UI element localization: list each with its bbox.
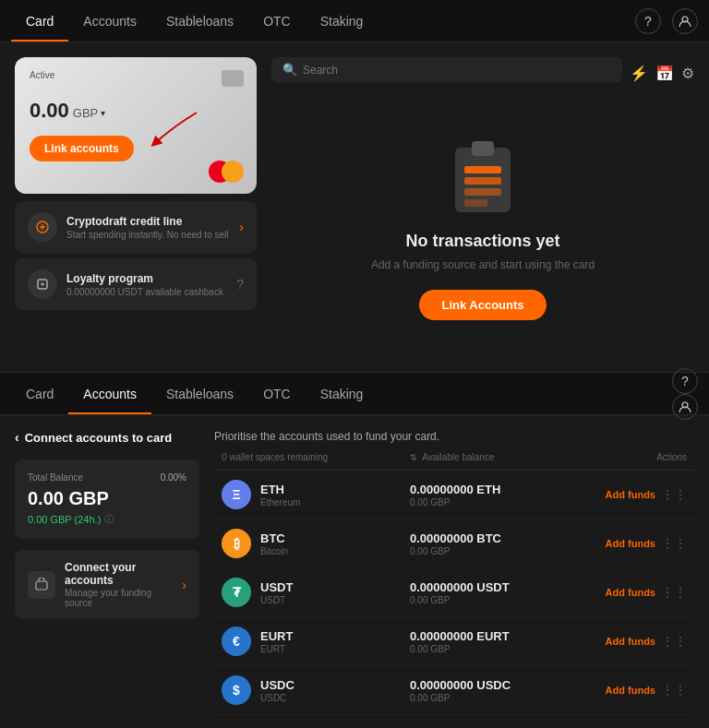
btc-fullname: Bitcoin [260,546,410,556]
spaces-remaining-label: 0 wallet spaces remaining [222,452,410,462]
cryptodraft-subtitle: Start spending instantly. No need to sel… [66,230,230,240]
sort-icon: ⇅ [410,453,417,462]
card-widget: Active 0.00 GBP ▾ [15,57,257,194]
nav-item-otc[interactable]: OTC [248,1,306,42]
usdc-reorder-icon[interactable]: ⋮⋮ [661,683,687,698]
btc-add-funds-button[interactable]: Add funds [606,538,655,549]
mastercard-logo [209,161,246,183]
second-nav-card[interactable]: Card [11,374,68,414]
btc-balance-main: 0.00000000 BTC [410,531,613,545]
usdt-coin-icon: ₮ [222,578,251,607]
usdt-symbol: USDT [260,580,410,594]
total-balance-label: Total Balance [28,472,83,483]
btc-coin-icon: ₿ [222,529,251,558]
link-accounts-card-button[interactable]: Link accounts [30,136,134,161]
btc-actions: Add funds ⋮⋮ [613,536,687,551]
link-accounts-main-button[interactable]: Link Accounts [419,290,546,320]
loyalty-title: Loyalty program [66,272,227,285]
usdc-balance-fiat: 0.00 GBP [410,693,613,703]
eth-balance-col: 0.00000000 ETH 0.00 GBP [410,483,613,507]
eth-coin-info: ETH Ethereum [260,483,410,507]
eth-coin-icon: Ξ [222,480,251,509]
back-arrow-icon: ‹ [15,430,19,445]
cryptodraft-arrow-icon: › [239,220,244,234]
balance-label-row: Total Balance 0.00% [28,472,186,483]
balance-pct: 0.00% [161,472,186,483]
usdc-add-funds-button[interactable]: Add funds [606,685,655,696]
eth-reorder-icon[interactable]: ⋮⋮ [661,487,687,502]
usdt-balance-col: 0.00000000 USDT 0.00 GBP [410,580,613,605]
eurt-reorder-icon[interactable]: ⋮⋮ [661,634,687,649]
connect-title: Connect your accounts [65,561,173,587]
second-nav-stableloans[interactable]: Stableloans [151,374,248,414]
usdt-add-funds-button[interactable]: Add funds [606,587,655,598]
loyalty-subtitle: 0.00000000 USDT available cashback [66,287,227,297]
wallet-table-header: 0 wallet spaces remaining ⇅ Available ba… [214,452,694,471]
wallet-row-eurt: € EURT EURT 0.00000000 EURT 0.00 GBP Add… [214,617,694,666]
accounts-sidebar: ‹ Connect accounts to card Total Balance… [15,430,199,715]
eurt-balance-col: 0.00000000 EURT 0.00 GBP [410,629,613,654]
wallet-row-eth: Ξ ETH Ethereum 0.00000000 ETH 0.00 GBP A… [214,471,694,519]
nav-item-staking[interactable]: Staking [306,1,379,42]
second-nav-icons: ? [672,368,698,420]
eth-symbol: ETH [260,483,410,496]
second-nav-staking[interactable]: Staking [306,374,379,414]
usdc-fullname: USDC [260,693,410,703]
search-bar: 🔍 [271,57,622,82]
svg-rect-8 [464,199,487,207]
card-active-label: Active [30,70,242,80]
connect-icon [28,571,55,599]
second-nav-items: Card Accounts Stableloans OTC Staking [11,374,672,414]
back-link-label: Connect accounts to card [25,431,173,445]
no-transactions-panel: No transactions yet Add a funding source… [271,97,694,357]
connect-arrow-icon: › [182,578,186,592]
cryptodraft-row[interactable]: Cryptodraft credit line Start spending i… [15,201,257,253]
eurt-add-funds-button[interactable]: Add funds [606,636,655,647]
usdt-fullname: USDT [260,595,410,605]
connect-accounts-row[interactable]: Connect your accounts Manage your fundin… [15,550,199,619]
nav-item-stableloans[interactable]: Stableloans [151,1,248,42]
eth-add-funds-button[interactable]: Add funds [606,489,655,500]
balance-amount: 0.00 GBP [28,488,186,509]
eurt-actions: Add funds ⋮⋮ [613,634,687,649]
nav-item-accounts[interactable]: Accounts [68,1,151,42]
second-help-icon[interactable]: ? [672,368,698,394]
btc-coin-info: BTC Bitcoin [260,531,410,556]
cryptodraft-content: Cryptodraft credit line Start spending i… [66,215,230,240]
card-balance: 0.00 GBP ▾ [30,99,242,123]
usdt-balance-main: 0.00000000 USDT [410,580,613,594]
loyalty-program-row[interactable]: Loyalty program 0.00000000 USDT availabl… [15,258,257,310]
balance-change-value: 0.00 GBP (24h.) [28,514,101,525]
second-nav-otc[interactable]: OTC [248,374,306,414]
svg-rect-6 [464,177,501,185]
wallet-row-btc: ₿ BTC Bitcoin 0.00000000 BTC 0.00 GBP Ad… [214,519,694,568]
connect-subtitle: Manage your funding source [65,588,173,608]
back-to-card-link[interactable]: ‹ Connect accounts to card [15,430,199,445]
right-panel: 🔍 ⚡ 📅 ⚙ No transactions yet Add a fundin… [271,57,694,357]
usdt-actions: Add funds ⋮⋮ [613,585,687,600]
user-icon-button[interactable] [672,8,698,34]
search-input[interactable] [303,64,611,77]
calendar-icon[interactable]: 📅 [655,65,674,82]
btc-symbol: BTC [260,531,410,545]
btc-reorder-icon[interactable]: ⋮⋮ [661,536,687,551]
arrow-decoration [137,108,201,157]
usdt-reorder-icon[interactable]: ⋮⋮ [661,585,687,600]
second-user-icon[interactable] [672,394,698,420]
usdc-actions: Add funds ⋮⋮ [613,683,687,698]
help-icon-button[interactable]: ? [635,8,661,34]
left-panel: Active 0.00 GBP ▾ [15,57,257,357]
balance-box: Total Balance 0.00% 0.00 GBP 0.00 GBP (2… [15,459,199,539]
eurt-balance-fiat: 0.00 GBP [410,644,613,654]
second-nav-accounts[interactable]: Accounts [68,374,151,414]
nav-item-card[interactable]: Card [11,1,68,42]
usdc-balance-main: 0.00000000 USDC [410,678,613,692]
settings-icon[interactable]: ⚙ [681,65,694,82]
eth-fullname: Ethereum [260,497,410,507]
eurt-coin-info: EURT EURT [260,629,410,654]
balance-info-icon: ⓘ [104,513,114,526]
prioritise-header: Prioritise the accounts used to fund you… [214,430,694,443]
currency-caret: ▾ [101,108,105,118]
eurt-symbol: EURT [260,629,410,643]
filter-icon[interactable]: ⚡ [630,65,648,82]
